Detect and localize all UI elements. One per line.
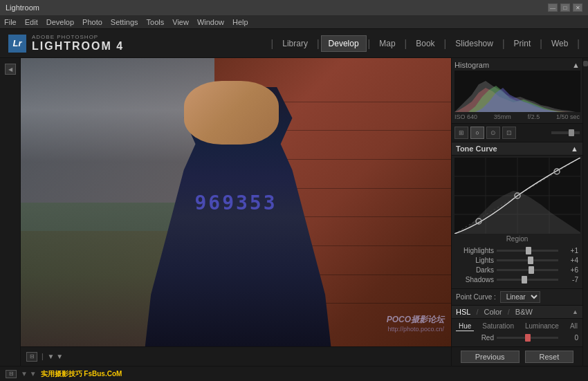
menu-develop[interactable]: Develop xyxy=(46,18,74,26)
hsl-red-value: 0 xyxy=(561,334,578,342)
highlights-thumb xyxy=(526,247,531,254)
window-controls[interactable]: — □ ✕ xyxy=(548,3,582,12)
logo-icon: Lr xyxy=(8,35,26,53)
photo-image: 969353 POCO摄影论坛 http://photo.poco.cn/ xyxy=(21,58,451,346)
menu-file[interactable]: File xyxy=(4,18,17,26)
spot-removal-tool[interactable]: ○ xyxy=(470,127,484,139)
hsl-red-track[interactable] xyxy=(497,337,558,339)
highlights-slider-row: Highlights +1 xyxy=(456,247,578,254)
iso-value: ISO 640 xyxy=(454,113,477,120)
tab-slideshow[interactable]: Slideshow xyxy=(448,35,501,52)
highlights-track[interactable] xyxy=(497,250,558,252)
reset-button[interactable]: Reset xyxy=(525,351,574,363)
menu-view[interactable]: View xyxy=(172,18,189,26)
lights-slider-row: Lights +4 xyxy=(456,257,578,264)
filmstrip-toggle[interactable]: ⊟ xyxy=(6,370,17,378)
app-title: Lightroom xyxy=(6,3,39,12)
nav-sep-1: | xyxy=(271,38,274,49)
module-nav: | Library | Develop | Map | Book | Slide… xyxy=(271,35,580,52)
hsl-header: HSL / Color / B&W ▲ xyxy=(452,306,582,319)
previous-button[interactable]: Previous xyxy=(461,351,520,363)
left-panel-toggle[interactable]: ◀ xyxy=(5,64,16,75)
minimize-button[interactable]: — xyxy=(548,3,558,12)
brush-tool[interactable]: ⊡ xyxy=(502,127,516,139)
darks-value: +6 xyxy=(561,266,578,274)
shadows-track[interactable] xyxy=(497,279,558,281)
right-panel: Histogram ▲ ISO 640 35mm f/2.5 1/50 s xyxy=(451,58,582,366)
tool-slider-thumb xyxy=(569,129,574,136)
nav-sep-6: | xyxy=(502,38,505,49)
right-scrollbar[interactable] xyxy=(582,58,588,366)
hsl-arrow[interactable]: ▲ xyxy=(572,308,578,315)
hsl-tab-hsl[interactable]: HSL xyxy=(456,308,470,316)
nav-sep-2: | xyxy=(317,38,320,49)
tab-book[interactable]: Book xyxy=(408,35,442,52)
tab-develop[interactable]: Develop xyxy=(321,35,367,52)
tab-web[interactable]: Web xyxy=(544,35,576,52)
redeye-tool[interactable]: ⊙ xyxy=(486,127,500,139)
histogram-arrow[interactable]: ▲ xyxy=(572,61,580,69)
highlights-value: +1 xyxy=(561,247,578,254)
hsl-sub-tabs: Hue Saturation Luminance All xyxy=(456,322,578,331)
tone-curve-title: Tone Curve xyxy=(456,145,497,153)
title-bar: Lightroom — □ ✕ xyxy=(0,0,588,15)
tone-curve-header[interactable]: Tone Curve ▲ xyxy=(452,142,582,156)
lights-thumb xyxy=(528,257,533,264)
menu-settings[interactable]: Settings xyxy=(111,18,138,26)
center-area: 969353 POCO摄影论坛 http://photo.poco.cn/ ⊟ … xyxy=(21,58,451,366)
histogram-chart xyxy=(454,71,580,112)
crop-tool[interactable]: ⊞ xyxy=(454,127,468,139)
hsl-sep-1: / xyxy=(476,308,478,316)
main-content: ◀ xyxy=(0,58,588,366)
hsl-sub-hue[interactable]: Hue xyxy=(456,322,474,331)
menu-photo[interactable]: Photo xyxy=(82,18,102,26)
face-area xyxy=(184,81,279,145)
menu-help[interactable]: Help xyxy=(232,18,248,26)
lights-track[interactable] xyxy=(497,259,558,261)
left-arrow-icon: ◀ xyxy=(8,66,12,73)
camera-info: ISO 640 35mm f/2.5 1/50 sec xyxy=(454,112,580,122)
tone-curve-sliders: Highlights +1 Lights +4 Darks xyxy=(452,244,582,288)
poco-logo: POCO摄影论坛 xyxy=(387,314,444,326)
filmstrip-icon[interactable]: ⊟ xyxy=(26,352,37,362)
tone-curve-arrow: ▲ xyxy=(571,145,578,153)
logo-text: ADOBE PHOTOSHOP LIGHTROOM 4 xyxy=(32,34,124,53)
hsl-red-row: Red 0 xyxy=(456,334,578,342)
toolbar-sep: | xyxy=(42,353,44,360)
tone-curve-chart[interactable] xyxy=(454,158,580,234)
menu-tools[interactable]: Tools xyxy=(147,18,165,26)
darks-label: Darks xyxy=(456,266,494,274)
hsl-section: HSL / Color / B&W ▲ Hue Saturation Lumin… xyxy=(452,305,582,346)
tab-print[interactable]: Print xyxy=(506,35,539,52)
shadows-slider-row: Shadows -7 xyxy=(456,276,578,284)
left-panel: ◀ xyxy=(0,58,21,366)
menu-bar: File Edit Develop Photo Settings Tools V… xyxy=(0,15,588,29)
menu-edit[interactable]: Edit xyxy=(25,18,38,26)
hsl-sub-luminance[interactable]: Luminance xyxy=(522,322,562,331)
hsl-tab-bw[interactable]: B&W xyxy=(515,308,533,316)
restore-button[interactable]: □ xyxy=(560,3,570,12)
filmstrip-toggle-icon: ⊟ xyxy=(9,371,14,377)
watermark-text: 969353 xyxy=(194,191,277,214)
status-left: ⊟ ▼ ▼ 实用摄影技巧 FsBus.CoM xyxy=(6,369,122,379)
shadows-label: Shadows xyxy=(456,276,494,284)
photo-container: 969353 POCO摄影论坛 http://photo.poco.cn/ xyxy=(21,58,451,346)
hsl-tab-color[interactable]: Color xyxy=(484,308,502,316)
hsl-sub-all[interactable]: All xyxy=(567,322,580,331)
darks-track[interactable] xyxy=(497,269,558,271)
histogram-canvas xyxy=(454,71,580,112)
app-header: Lr ADOBE PHOTOSHOP LIGHTROOM 4 | Library… xyxy=(0,29,588,58)
photo-toolbar: ⊟ | ▼ ▼ xyxy=(21,346,451,366)
hsl-sub-saturation[interactable]: Saturation xyxy=(479,322,517,331)
tab-library[interactable]: Library xyxy=(275,35,315,52)
app-name: LIGHTROOM 4 xyxy=(32,40,124,53)
menu-window[interactable]: Window xyxy=(197,18,224,26)
logo-area: Lr ADOBE PHOTOSHOP LIGHTROOM 4 xyxy=(8,34,124,53)
tool-row: ⊞ ○ ⊙ ⊡ xyxy=(452,124,582,142)
point-curve-select[interactable]: Linear xyxy=(500,291,540,303)
close-button[interactable]: ✕ xyxy=(573,3,582,12)
tab-map[interactable]: Map xyxy=(371,35,403,52)
tool-slider-track[interactable] xyxy=(551,131,580,134)
darks-slider-row: Darks +6 xyxy=(456,266,578,274)
focal-value: 35mm xyxy=(494,113,511,120)
